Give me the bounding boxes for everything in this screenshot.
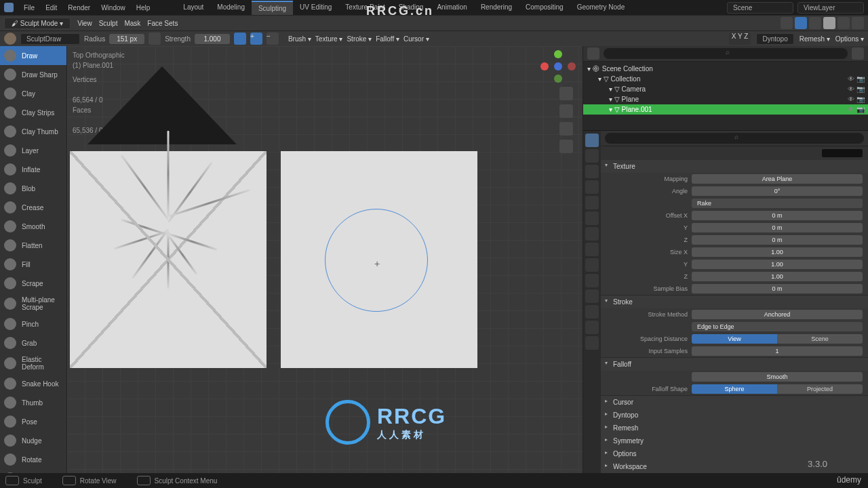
viewlayer-field[interactable]: ViewLayer — [797, 2, 864, 14]
shading-solid-icon[interactable] — [823, 17, 835, 29]
tab-world-icon[interactable] — [585, 211, 599, 225]
tool-crease[interactable]: Crease — [0, 198, 66, 217]
sizex-value[interactable]: 1.00 — [692, 247, 863, 257]
props-search[interactable] — [605, 133, 864, 144]
rake-toggle[interactable]: Rake — [692, 199, 863, 208]
tab-output-icon[interactable] — [585, 165, 599, 178]
brush-preview-icon[interactable] — [4, 33, 16, 45]
ws-layout[interactable]: Layout — [176, 1, 210, 15]
cursor-dd[interactable]: Cursor ▾ — [403, 35, 429, 43]
tool-elastic-deform[interactable]: Elastic Deform — [0, 352, 66, 374]
tab-particle-icon[interactable] — [585, 258, 599, 272]
menu-help[interactable]: Help — [132, 2, 155, 14]
overlay-toggle-icon[interactable] — [781, 17, 793, 29]
shading-render-icon[interactable] — [852, 17, 864, 29]
falloff-projected[interactable]: Projected — [777, 384, 863, 394]
mapping-value[interactable]: Area Plane — [692, 174, 863, 184]
offsety-value[interactable]: 0 m — [692, 223, 863, 232]
brush-dd[interactable]: Brush ▾ — [288, 35, 311, 43]
tab-material-icon[interactable] — [585, 321, 599, 334]
ws-compositing[interactable]: Compositing — [519, 1, 570, 15]
sizez-value[interactable]: 1.00 — [692, 272, 863, 281]
gizmo-x-icon[interactable] — [540, 62, 549, 70]
falloff-dd[interactable]: Falloff ▾ — [376, 35, 399, 43]
tab-tool-icon[interactable] — [585, 134, 599, 147]
ws-geometry[interactable]: Geometry Node — [570, 1, 632, 15]
tool-clay[interactable]: Clay — [0, 84, 66, 103]
menu-file[interactable]: File — [19, 2, 39, 14]
falloff-section[interactable]: Falloff — [601, 358, 868, 371]
angle-value[interactable]: 0° — [692, 186, 863, 196]
inputsamples-value[interactable]: 1 — [692, 346, 863, 356]
tool-draw-sharp[interactable]: Draw Sharp — [0, 65, 66, 84]
zoom-icon[interactable] — [559, 87, 573, 100]
tab-object-icon[interactable] — [585, 227, 599, 241]
section-cursor[interactable]: Cursor — [601, 396, 868, 409]
scene-field[interactable]: Scene — [727, 2, 793, 14]
tool-scrape[interactable]: Scrape — [0, 274, 66, 293]
tool-smooth[interactable]: Smooth — [0, 217, 66, 236]
tab-texture-icon[interactable] — [585, 336, 599, 350]
mirror-icon[interactable]: X Y Z — [729, 33, 751, 45]
section-symmetry[interactable]: Symmetry — [601, 434, 868, 447]
dyntopo-toggle[interactable]: Dyntopo — [756, 33, 793, 45]
tool-pinch[interactable]: Pinch — [0, 314, 66, 333]
tool-pose[interactable]: Pose — [0, 412, 66, 431]
tool-clay-thumb[interactable]: Clay Thumb — [0, 122, 66, 141]
persp-icon[interactable] — [559, 140, 573, 153]
tab-physics-icon[interactable] — [585, 274, 599, 287]
texture-thumb-icon[interactable] — [822, 149, 863, 157]
tool-flatten[interactable]: Flatten — [0, 236, 66, 255]
camera-icon[interactable] — [559, 122, 573, 136]
tool-multi-plane-scrape[interactable]: Multi-plane Scrape — [0, 293, 66, 314]
tool-inflate[interactable]: Inflate — [0, 160, 66, 179]
texture-section[interactable]: Texture — [601, 160, 868, 173]
ws-texturepaint[interactable]: Texture Paint — [338, 1, 391, 15]
mode-menu-sculpt[interactable]: Sculpt — [99, 20, 118, 27]
spacing-view[interactable]: View — [692, 334, 777, 344]
ws-modeling[interactable]: Modeling — [210, 1, 252, 15]
tab-modifier-icon[interactable] — [585, 243, 599, 256]
tool-layer[interactable]: Layer — [0, 141, 66, 160]
outliner-mode-icon[interactable] — [587, 47, 599, 60]
tool-draw[interactable]: Draw — [0, 46, 66, 65]
ws-uvediting[interactable]: UV Editing — [293, 1, 338, 15]
stroke-section[interactable]: Stroke — [601, 296, 868, 308]
tool-grab[interactable]: Grab — [0, 333, 66, 352]
falloff-sphere[interactable]: Sphere — [692, 384, 777, 394]
ws-animation[interactable]: Animation — [430, 1, 473, 15]
falloff-curve[interactable]: Smooth — [692, 372, 863, 382]
direction-add-icon[interactable]: + — [250, 33, 262, 45]
spacing-scene[interactable]: Scene — [777, 334, 863, 344]
brush-name[interactable]: SculptDraw — [20, 33, 80, 45]
tool-blob[interactable]: Blob — [0, 179, 66, 198]
shading-matprev-icon[interactable] — [837, 17, 850, 29]
strength-value[interactable]: 1.000 — [195, 34, 230, 44]
tab-viewlayer-icon[interactable] — [585, 180, 599, 194]
outliner-item[interactable]: ▾ ▽ Plane👁📷 — [583, 94, 868, 104]
mode-menu-view[interactable]: View — [77, 20, 92, 27]
section-workspace[interactable]: Workspace — [601, 460, 868, 473]
app-logo-icon[interactable] — [4, 3, 14, 12]
menu-render[interactable]: Render — [63, 2, 95, 14]
overlay-gizmo-icon[interactable] — [795, 17, 807, 29]
section-options[interactable]: Options — [601, 447, 868, 460]
edge-to-edge-toggle[interactable]: Edge to Edge — [692, 322, 863, 331]
tool-rotate[interactable]: Rotate — [0, 450, 66, 469]
outliner-item[interactable]: ▾ ▽ Plane.001👁📷 — [583, 104, 868, 115]
tab-constraint-icon[interactable] — [585, 289, 599, 303]
gizmo-z-icon[interactable] — [554, 62, 562, 70]
section-remesh[interactable]: Remesh — [601, 422, 868, 434]
sizey-value[interactable]: 1.00 — [692, 260, 863, 269]
pan-icon[interactable] — [559, 104, 573, 118]
tool-thumb[interactable]: Thumb — [0, 393, 66, 412]
outliner-search[interactable] — [604, 48, 848, 59]
ws-sculpting[interactable]: Sculpting — [252, 1, 293, 15]
strength-pressure-icon[interactable] — [234, 33, 246, 45]
tab-data-icon[interactable] — [585, 305, 599, 319]
offsetx-value[interactable]: 0 m — [692, 211, 863, 220]
3d-viewport[interactable]: Top Orthographic (1) Plane.001 Vertices … — [67, 46, 583, 473]
shading-wire-icon[interactable] — [809, 17, 821, 29]
radius-pressure-icon[interactable] — [149, 33, 161, 45]
tool-nudge[interactable]: Nudge — [0, 431, 66, 450]
